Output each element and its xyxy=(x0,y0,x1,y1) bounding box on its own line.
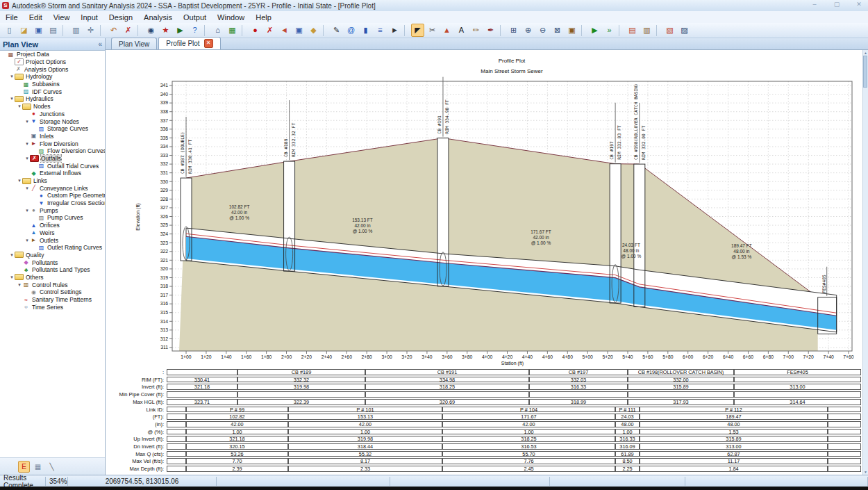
cut-icon[interactable]: ✂ xyxy=(426,24,439,37)
flow-path-icon[interactable]: ◄ xyxy=(278,24,291,37)
stop-icon[interactable]: ● xyxy=(249,24,262,37)
scroll-down-icon[interactable]: ▼ xyxy=(863,469,868,475)
image-icon[interactable]: ▦ xyxy=(32,461,44,473)
tree-item-storage-nodes[interactable]: ▾▼Storage Nodes xyxy=(0,117,105,125)
maximize-button[interactable]: ▢ xyxy=(831,1,843,8)
save-icon[interactable]: ▣ xyxy=(32,24,45,37)
tree-item-flow-diversion[interactable]: ▾►Flow Diversion xyxy=(0,140,105,147)
text-tool-icon[interactable]: A xyxy=(455,24,468,37)
tree-item-nodes[interactable]: ▾Nodes xyxy=(0,103,105,111)
new-window-icon[interactable]: ▤ xyxy=(626,24,639,37)
tab-close-icon[interactable]: ✕ xyxy=(204,39,213,48)
tree-item-links[interactable]: ▾Links xyxy=(0,177,105,185)
fill-bucket-icon[interactable]: ◆ xyxy=(307,24,320,37)
tree-item-control-rules[interactable]: ▾▥Control Rules xyxy=(0,281,105,288)
tree-item-hydraulics[interactable]: ▾Hydraulics xyxy=(0,95,105,103)
web-icon[interactable]: @ xyxy=(344,24,358,37)
tree-item-project-options[interactable]: ✓Project Options xyxy=(0,58,105,66)
menu-analysis[interactable]: Analysis xyxy=(138,13,178,22)
tree-item-hydrology[interactable]: ▾Hydrology xyxy=(0,73,105,81)
subbasin-grid-icon[interactable]: ▦ xyxy=(226,24,239,37)
column-chart-icon[interactable]: ≡ xyxy=(374,24,387,37)
zoom-out-icon[interactable]: ⊖ xyxy=(536,24,549,37)
move-icon[interactable]: ✛ xyxy=(84,24,97,37)
expander-icon[interactable]: ▾ xyxy=(24,238,30,243)
lock-icon[interactable]: ▣ xyxy=(565,24,578,37)
report-icon[interactable]: ▥ xyxy=(69,24,83,37)
run-green-icon[interactable]: ▶ xyxy=(588,24,601,37)
run-analysis-icon[interactable]: ▶ xyxy=(174,24,187,37)
home-view-icon[interactable]: ⌂ xyxy=(211,24,224,37)
tree-item-inlets[interactable]: ▣Inlets xyxy=(0,133,105,140)
tree-item-pump-curves[interactable]: ▨Pump Curves xyxy=(0,214,105,222)
tree-item-idf-curves[interactable]: ▨IDF Curves xyxy=(0,88,105,95)
help-icon[interactable]: ? xyxy=(188,24,201,37)
expander-icon[interactable]: ▾ xyxy=(24,141,30,147)
find-icon[interactable]: ◉ xyxy=(144,24,158,37)
tree-item-control-settings[interactable]: ◉Control Settings xyxy=(0,288,105,296)
fast-forward-icon[interactable]: » xyxy=(603,24,616,37)
tree-item-outfall-tidal-curves[interactable]: ▨Outfall Tidal Curves xyxy=(0,162,105,170)
report-window-icon[interactable]: ▥ xyxy=(640,24,653,37)
open-icon[interactable]: ◪ xyxy=(17,24,31,37)
tree-item-pollutants[interactable]: ◆Pollutants xyxy=(0,259,105,266)
expander-icon[interactable]: ▾ xyxy=(24,119,30,124)
pen-icon[interactable]: ✎ xyxy=(330,24,343,37)
menu-output[interactable]: Output xyxy=(178,13,212,22)
menu-edit[interactable]: Edit xyxy=(24,13,48,22)
tab-plan-view[interactable]: Plan View xyxy=(111,38,157,49)
expander-icon[interactable]: ▾ xyxy=(17,282,22,288)
tree-item-custom-pipe-geometry[interactable]: ●Custom Pipe Geometry xyxy=(0,192,105,199)
tree-item-junctions[interactable]: ●Junctions xyxy=(0,111,105,118)
tree-item-irregular-cross-sections[interactable]: ▼Irregular Cross Sections xyxy=(0,199,105,207)
expander-icon[interactable]: ▾ xyxy=(24,208,30,213)
tree-item-external-inflows[interactable]: ◆External Inflows xyxy=(0,170,105,177)
tree-item-time-series[interactable]: ○Time Series xyxy=(0,303,105,311)
polygon-icon[interactable]: ▲ xyxy=(440,24,453,37)
tools-icon[interactable]: ╲ xyxy=(46,461,58,473)
menu-file[interactable]: File xyxy=(0,13,24,22)
bar-chart-icon[interactable]: ▮ xyxy=(359,24,372,37)
collapse-panel-icon[interactable]: « xyxy=(98,40,102,48)
new-icon[interactable]: ▯ xyxy=(3,24,16,37)
vertical-scrollbar[interactable]: ▲ ▼ xyxy=(862,50,868,475)
window-blue-icon[interactable]: ▣ xyxy=(292,24,306,37)
select-icon[interactable]: ◤ xyxy=(411,24,424,37)
minimize-button[interactable]: – xyxy=(808,1,821,8)
tree-item-orifices[interactable]: ▲Orifices xyxy=(0,222,105,229)
zoom-window-icon[interactable]: ⊞ xyxy=(507,24,520,37)
expander-icon[interactable]: ▾ xyxy=(17,178,22,183)
close-red-icon[interactable]: ✗ xyxy=(263,24,276,37)
expander-icon[interactable]: ▾ xyxy=(9,74,15,79)
tree-item-storage-curves[interactable]: ▨Storage Curves xyxy=(0,125,105,133)
tree-item-analysis-options[interactable]: ✗Analysis Options xyxy=(0,65,105,73)
expander-icon[interactable]: ▾ xyxy=(9,96,15,101)
zoom-extents-icon[interactable]: ⊠ xyxy=(551,24,564,37)
menu-input[interactable]: Input xyxy=(75,13,103,22)
tab-profile-plot[interactable]: Profile Plot✕ xyxy=(158,37,220,49)
scroll-up-icon[interactable]: ▲ xyxy=(863,50,868,56)
tree-item-outlet-rating-curves[interactable]: ▨Outlet Rating Curves xyxy=(0,244,105,252)
print-icon[interactable]: ▤ xyxy=(47,24,60,37)
tree-item-weirs[interactable]: ▲Weirs xyxy=(0,229,105,237)
tree-item-pollutants-land-types[interactable]: ♣Pollutants Land Types xyxy=(0,266,105,274)
menu-design[interactable]: Design xyxy=(103,13,138,22)
tree-item-others[interactable]: ▾Others xyxy=(0,274,105,281)
close-button[interactable]: ✕ xyxy=(853,1,865,8)
undo-icon[interactable]: ↶ xyxy=(107,24,120,37)
menu-view[interactable]: View xyxy=(48,13,76,22)
tree-item-sanitary-time-patterns[interactable]: ≈Sanitary Time Patterns xyxy=(0,296,105,304)
profile-window-icon[interactable]: ▧ xyxy=(663,24,676,37)
export-icon[interactable]: ▨ xyxy=(678,24,691,37)
expander-icon[interactable]: ▾ xyxy=(9,275,15,280)
expander-icon[interactable]: ▾ xyxy=(9,252,15,258)
expander-icon[interactable]: ▾ xyxy=(24,186,30,191)
tree-item-quality[interactable]: ▾Quality xyxy=(0,252,105,259)
zoom-in-icon[interactable]: ⊕ xyxy=(521,24,535,37)
locate-icon[interactable]: ★ xyxy=(159,24,172,37)
brush-icon[interactable]: ✒ xyxy=(484,24,497,37)
tree-item-outlets[interactable]: ▾►Outlets xyxy=(0,236,105,244)
results-icon[interactable]: E xyxy=(18,461,30,473)
menu-window[interactable]: Window xyxy=(212,13,250,22)
tree-item-flow-diversion-curves[interactable]: ▨Flow Diversion Curves xyxy=(0,147,105,155)
